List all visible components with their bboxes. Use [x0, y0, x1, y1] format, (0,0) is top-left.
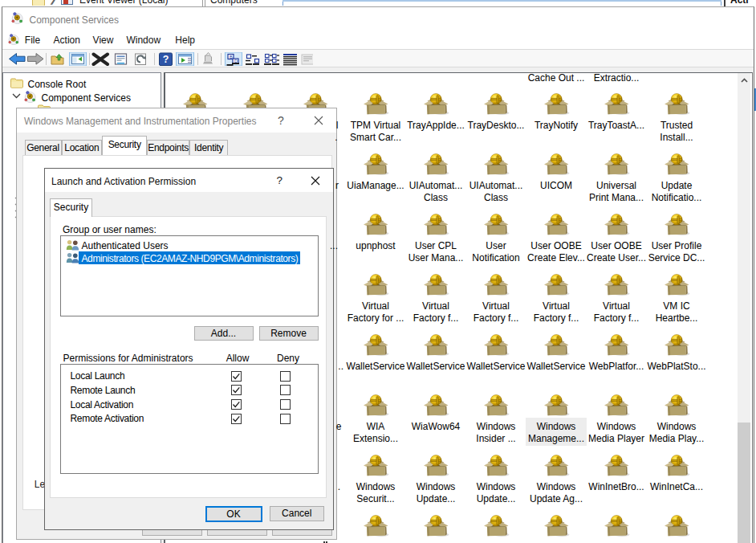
svg-text:?: ? [163, 54, 169, 65]
svg-text:D: D [234, 59, 238, 63]
svg-text:B: B [230, 54, 233, 59]
